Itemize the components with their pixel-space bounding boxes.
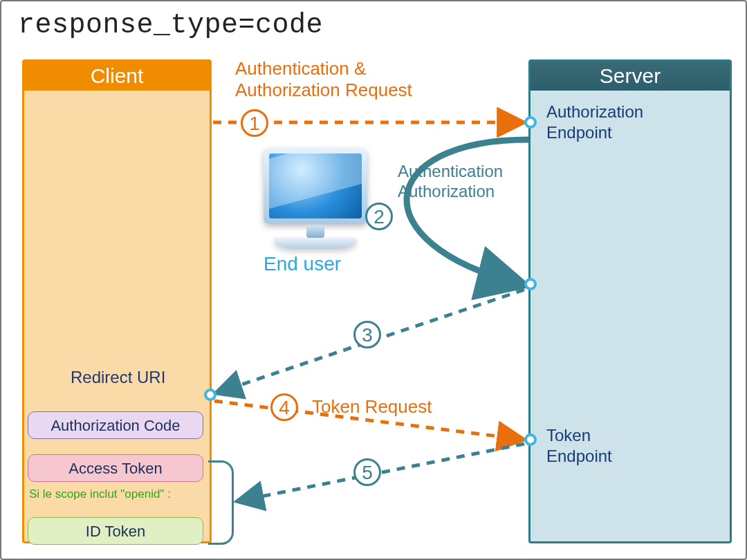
- node-token-endpoint: [524, 433, 537, 446]
- client-header: Client: [24, 62, 210, 91]
- node-authorization-endpoint-1: [524, 116, 537, 129]
- step-2: 2: [365, 203, 393, 230]
- token-bracket: [208, 460, 234, 545]
- step-1: 1: [241, 109, 268, 137]
- id-token-pill: ID Token: [28, 517, 203, 545]
- end-user-label: End user: [264, 253, 341, 275]
- redirect-uri-label: Redirect URI: [71, 368, 165, 387]
- server-header: Server: [531, 62, 730, 91]
- authorization-endpoint-label: AuthorizationEndpoint: [546, 102, 643, 143]
- computer-icon: [264, 148, 367, 249]
- token-request-label: Token Request: [312, 396, 432, 418]
- node-redirect-uri: [204, 389, 216, 401]
- token-endpoint-label: TokenEndpoint: [546, 425, 612, 467]
- svg-line-3: [241, 444, 524, 501]
- step-5: 5: [353, 458, 381, 486]
- scope-note: Si le scope inclut "openid" :: [29, 487, 205, 501]
- auth-request-label: Authentication &Authorization Request: [235, 58, 412, 101]
- authn-authz-label: AuthenticationAuthorization: [398, 162, 503, 202]
- step-4: 4: [270, 393, 298, 421]
- authorization-code-pill: Authorization Code: [28, 411, 203, 439]
- step-3: 3: [353, 321, 381, 348]
- page-title: response_type=code: [18, 10, 323, 41]
- diagram-frame: response_type=code Client Redirect URI A…: [0, 0, 747, 560]
- access-token-pill: Access Token: [28, 454, 203, 482]
- node-authorization-response: [524, 278, 537, 290]
